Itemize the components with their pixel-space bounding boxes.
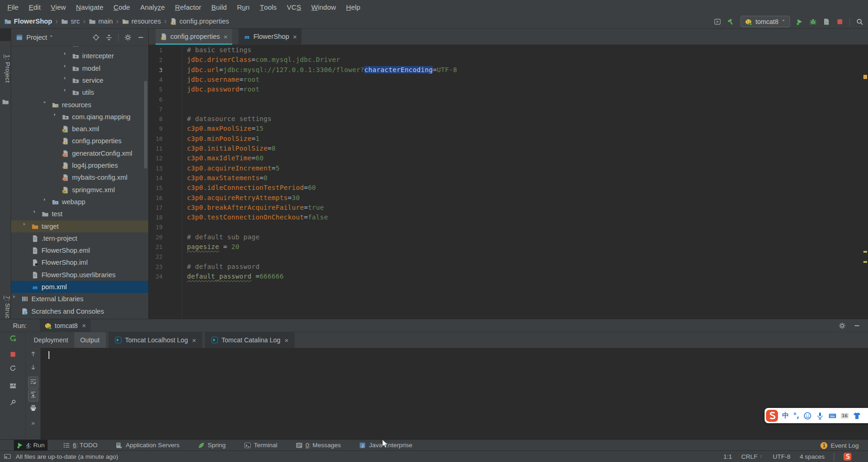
- menu-tools[interactable]: Tools: [255, 0, 282, 14]
- editor-tab-flowershop[interactable]: mFlowerShop×: [239, 29, 301, 44]
- breadcrumb-item-flowershop[interactable]: FlowerShop: [4, 18, 52, 25]
- tree-item-com-qiang-mapping[interactable]: com.qiang.mapping: [11, 111, 148, 123]
- tree-item-flowershop-iml[interactable]: FlowerShop.iml: [11, 256, 148, 268]
- project-panel-title[interactable]: Project: [26, 34, 47, 41]
- tree-item-utils[interactable]: utils: [11, 86, 148, 98]
- menu-vcs[interactable]: VCS: [282, 0, 306, 14]
- chevron-right-icon[interactable]: [63, 77, 67, 81]
- run-config-selector[interactable]: tomcat8: [741, 16, 790, 27]
- tree-item-flowershop-userlibraries[interactable]: FlowerShop.userlibraries: [11, 269, 148, 281]
- more-options-button[interactable]: »: [31, 419, 35, 426]
- menu-window[interactable]: Window: [306, 0, 341, 14]
- scrollbar-mark-top[interactable]: [863, 75, 867, 79]
- breadcrumb-item-main[interactable]: main: [89, 18, 113, 25]
- close-icon[interactable]: ×: [293, 33, 297, 40]
- tree-item-scratches-and-consoles[interactable]: Scratches and Consoles: [11, 305, 148, 317]
- softwrap-button[interactable]: [28, 377, 38, 389]
- close-icon[interactable]: ×: [192, 337, 196, 344]
- menu-navigate[interactable]: Navigate: [71, 0, 108, 14]
- menu-edit[interactable]: Edit: [24, 0, 46, 14]
- breadcrumb-item-config.properties[interactable]: config.properties: [170, 18, 229, 25]
- minimize-button[interactable]: [853, 322, 861, 329]
- tree-item-mybaits-config-xml[interactable]: <>mybaits-config.xml: [11, 171, 148, 183]
- run-tab-tomcat-catalina-log[interactable]: Tomcat Catalina Log×: [205, 332, 295, 348]
- menu-file[interactable]: File: [2, 0, 24, 14]
- tree-item--tern-project[interactable]: .tern-project: [11, 232, 148, 244]
- run-tab-tomcat-localhost-log[interactable]: Tomcat Localhost Log×: [108, 332, 202, 348]
- run-with-coverage-button[interactable]: [823, 18, 830, 25]
- skin-shirt[interactable]: [853, 412, 861, 420]
- run-button[interactable]: [796, 18, 803, 25]
- stop-button[interactable]: [836, 18, 844, 25]
- toolwindow-toggle-icon[interactable]: [4, 453, 11, 460]
- stripe-button-project[interactable]: 1: Project: [0, 43, 11, 94]
- event-log-button[interactable]: 1 Event Log: [820, 440, 859, 451]
- close-icon[interactable]: ×: [284, 337, 289, 344]
- arrow-down-button[interactable]: [30, 364, 37, 373]
- tree-item-target[interactable]: target: [11, 220, 148, 232]
- tree-item-model[interactable]: model: [11, 62, 148, 74]
- run-config-tab[interactable]: tomcat8 ×: [40, 319, 91, 332]
- tree-item-webapp[interactable]: webapp: [11, 196, 148, 208]
- search-everywhere-button[interactable]: [856, 18, 863, 25]
- tree-item-resources[interactable]: resources: [11, 99, 148, 111]
- tree-item-intercepter[interactable]: intercepter: [11, 50, 148, 62]
- punctuation-icon[interactable]: °,: [793, 412, 799, 420]
- run-toolwindow-button[interactable]: [714, 18, 721, 25]
- line-separator-widget[interactable]: CRLF: [741, 453, 763, 460]
- menu-run[interactable]: Run: [232, 0, 255, 14]
- user-count-icon[interactable]: 16: [841, 413, 849, 419]
- tree-item-config-properties[interactable]: config.properties: [11, 135, 148, 147]
- indent-widget[interactable]: 4 spaces: [800, 453, 825, 460]
- chevron-down-icon[interactable]: [42, 101, 47, 106]
- editor-tab-config-properties[interactable]: config.properties×: [156, 29, 232, 44]
- toolwindow-button-spring[interactable]: Spring: [195, 440, 229, 451]
- menu-code[interactable]: Code: [108, 0, 135, 14]
- stop-button[interactable]: [9, 351, 17, 360]
- run-tab-output[interactable]: Output: [74, 332, 106, 348]
- console-output[interactable]: [41, 348, 868, 439]
- menu-analyze[interactable]: Analyze: [135, 0, 170, 14]
- tree-item-bean-xml[interactable]: bean.xml: [11, 123, 148, 135]
- pin-button[interactable]: [9, 399, 17, 408]
- tree-item-service[interactable]: service: [11, 74, 148, 86]
- chevron-right-icon[interactable]: [53, 113, 57, 118]
- layout-button[interactable]: [9, 382, 17, 391]
- chevron-right-icon[interactable]: [63, 89, 67, 93]
- chevron-right-icon[interactable]: [22, 223, 27, 227]
- refresh-button[interactable]: [9, 365, 17, 374]
- close-icon[interactable]: ×: [223, 33, 228, 40]
- tree-item-log4j-properties[interactable]: log4j.properties: [11, 159, 148, 171]
- toolwindow-button-6--todo[interactable]: 6: TODO: [60, 440, 101, 451]
- run-tab-deployment[interactable]: Deployment: [28, 332, 74, 348]
- chevron-right-icon[interactable]: [63, 65, 67, 69]
- menu-refactor[interactable]: Refactor: [170, 0, 206, 14]
- gear-button[interactable]: [124, 34, 132, 41]
- menu-view[interactable]: View: [46, 0, 71, 14]
- menu-help[interactable]: Help: [341, 0, 366, 14]
- close-icon[interactable]: ×: [82, 322, 86, 329]
- chevron-right-icon[interactable]: [63, 52, 67, 57]
- tree-item-springmvc-xml[interactable]: springmvc.xml: [11, 184, 148, 196]
- tree-item-pom-xml[interactable]: mpom.xml: [11, 281, 148, 293]
- minimize-button[interactable]: [137, 34, 145, 41]
- chevron-down-icon[interactable]: [49, 35, 54, 39]
- gear-button[interactable]: [838, 322, 846, 329]
- scrollend-button[interactable]: [28, 389, 38, 401]
- menu-build[interactable]: Build: [206, 0, 232, 14]
- toolwindow-button-0--messages[interactable]: 0: Messages: [293, 440, 344, 451]
- tree-scrollbar[interactable]: [144, 81, 147, 169]
- scrollbar-mark-typo1[interactable]: [863, 251, 867, 253]
- toolwindow-button-terminal[interactable]: Terminal: [241, 440, 280, 451]
- microphone[interactable]: [816, 412, 824, 420]
- chevron-right-icon[interactable]: [32, 210, 37, 215]
- collapse-all-button[interactable]: [105, 34, 113, 41]
- sogou-logo[interactable]: [766, 410, 778, 422]
- caret-position-widget[interactable]: 1:1: [723, 453, 732, 460]
- chinese-mode-icon[interactable]: 中: [782, 411, 789, 420]
- build-hammer-button[interactable]: [727, 18, 735, 25]
- sogou-tray-icon[interactable]: [844, 453, 851, 461]
- encoding-widget[interactable]: UTF-8: [773, 453, 790, 460]
- tree-item-external-libraries[interactable]: External Libraries: [11, 293, 148, 305]
- breadcrumb-item-resources[interactable]: resources: [122, 18, 161, 25]
